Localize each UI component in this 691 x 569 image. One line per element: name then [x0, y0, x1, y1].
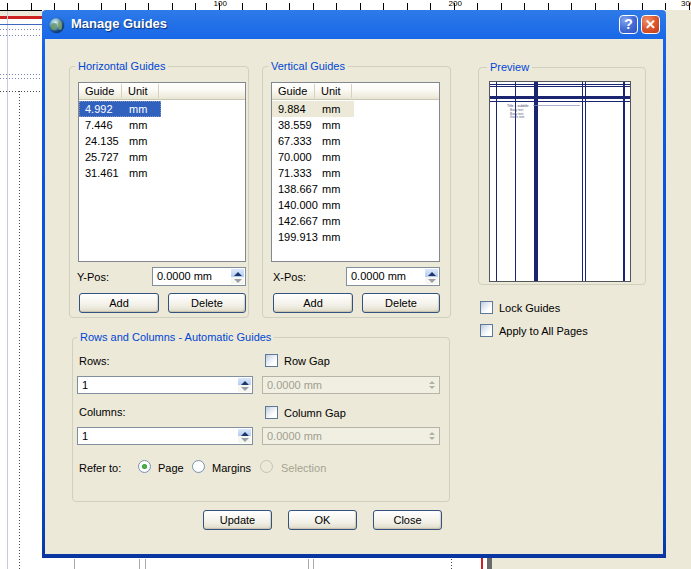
svg-text:this is text: this is text [510, 115, 524, 119]
